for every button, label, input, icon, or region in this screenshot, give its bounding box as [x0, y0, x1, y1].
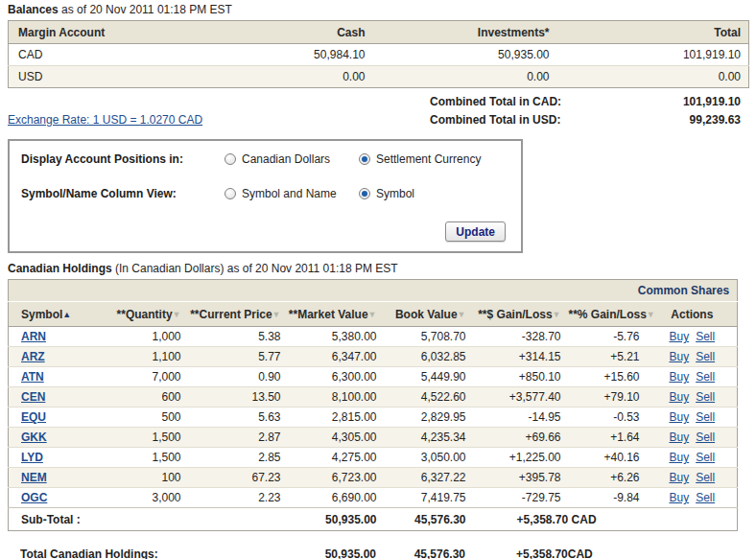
buy-link[interactable]: Buy: [669, 370, 689, 384]
symbol-link[interactable]: EQU: [21, 410, 46, 424]
investments-cell: 0.00: [373, 66, 557, 88]
col-book-value[interactable]: Book Value▼: [385, 302, 474, 327]
symbol-link[interactable]: GKK: [21, 431, 47, 444]
symbol-link[interactable]: ARN: [21, 330, 46, 343]
sell-link[interactable]: Sell: [696, 370, 715, 384]
table-row: ARZ 1,100 5.77 6,347.00 6,032.85 +314.15…: [9, 347, 738, 367]
market-value-cell: 6,690.00: [289, 488, 385, 508]
col-quantity[interactable]: **Quantity▼: [97, 302, 189, 327]
sell-link[interactable]: Sell: [696, 431, 715, 444]
radio-icon[interactable]: [224, 153, 236, 165]
exchange-rate-link[interactable]: Exchange Rate: 1 USD = 1.0270 CAD: [8, 113, 202, 127]
balances-table: Margin Account Cash Investments* Total C…: [8, 20, 749, 88]
cash-cell: 50,984.10: [220, 44, 373, 66]
cash-cell: 0.00: [220, 66, 373, 88]
subtotal-row: Sub-Total : 50,935.00 45,576.30 +5,358.7…: [9, 508, 738, 531]
gain-pct-cell: +79.10: [569, 387, 648, 408]
sell-link[interactable]: Sell: [696, 330, 715, 343]
table-row: USD 0.00 0.00 0.00: [9, 66, 749, 88]
col-symbol[interactable]: Symbol▲: [9, 302, 97, 327]
sort-desc-icon: ▼: [458, 310, 466, 319]
market-value-cell: 4,275.00: [289, 448, 385, 468]
price-cell: 5.38: [189, 327, 289, 347]
buy-link[interactable]: Buy: [669, 390, 689, 404]
buy-link[interactable]: Buy: [669, 431, 689, 444]
subtotal-gain: +5,358.70 CAD: [474, 508, 738, 531]
balances-header-row: Margin Account Cash Investments* Total: [9, 21, 749, 44]
market-value-cell: 6,300.00: [289, 367, 385, 387]
total-gain: +5,358.70CAD: [473, 545, 737, 559]
holdings-table: Common Shares Symbol▲ **Quantity▼ **Curr…: [8, 279, 738, 531]
symbol-link[interactable]: OGC: [21, 491, 47, 504]
col-percent-gain-loss[interactable]: **% Gain/Loss▼: [569, 302, 648, 327]
price-cell: 0.90: [189, 367, 289, 387]
symbol-link[interactable]: ATN: [21, 370, 44, 384]
col-dollar-gain-loss[interactable]: **$ Gain/Loss▼: [474, 302, 569, 327]
symbol-link[interactable]: CEN: [21, 390, 45, 404]
update-button[interactable]: Update: [445, 221, 506, 242]
sell-link[interactable]: Sell: [696, 410, 715, 424]
gain-pct-cell: -9.84: [569, 488, 648, 508]
symbol-link[interactable]: NEM: [21, 471, 47, 484]
col-current-price[interactable]: **Current Price▼: [189, 302, 289, 327]
sort-desc-icon: ▼: [647, 310, 655, 319]
buy-link[interactable]: Buy: [669, 451, 689, 464]
positions-display-label: Display Account Positions in:: [21, 152, 224, 166]
gain-pct-cell: +40.16: [569, 448, 648, 468]
quantity-cell: 500: [97, 408, 189, 428]
radio-option-settlement-currency[interactable]: Settlement Currency: [359, 152, 481, 166]
buy-link[interactable]: Buy: [669, 330, 689, 343]
table-row: EQU 500 5.63 2,815.00 2,829.95 -14.95 -0…: [9, 408, 738, 428]
quantity-cell: 7,000: [97, 367, 189, 387]
radio-option-symbol[interactable]: Symbol: [359, 187, 414, 200]
holdings-header-row: Symbol▲ **Quantity▼ **Current Price▼ **M…: [9, 302, 738, 327]
buy-link[interactable]: Buy: [669, 350, 689, 363]
total-holdings-label: Total Canadian Holdings:: [8, 545, 288, 559]
sell-link[interactable]: Sell: [696, 390, 715, 404]
sort-desc-icon: ▼: [173, 310, 181, 319]
radio-selected-icon[interactable]: [359, 153, 370, 165]
holdings-title-rest: (In Canadian Dollars) as of 20 Nov 2011 …: [112, 262, 398, 275]
gain-pct-cell: +15.60: [569, 367, 648, 387]
col-margin-account: Margin Account: [9, 21, 220, 44]
radio-icon[interactable]: [224, 188, 236, 199]
gain-cell: +314.15: [474, 347, 569, 367]
quantity-cell: 1,100: [97, 347, 189, 367]
sell-link[interactable]: Sell: [696, 471, 715, 484]
price-cell: 5.63: [189, 408, 289, 428]
buy-link[interactable]: Buy: [669, 410, 689, 424]
symbol-link[interactable]: ARZ: [21, 350, 45, 363]
sell-link[interactable]: Sell: [696, 350, 715, 363]
total-market-value: 50,935.00: [288, 545, 384, 559]
price-cell: 5.77: [189, 347, 289, 367]
sell-link[interactable]: Sell: [696, 451, 715, 464]
market-value-cell: 8,100.00: [289, 387, 385, 408]
radio-option-canadian-dollars[interactable]: Canadian Dollars: [224, 152, 359, 166]
total-cell: 0.00: [557, 66, 749, 88]
buy-link[interactable]: Buy: [669, 491, 689, 504]
quantity-cell: 100: [97, 468, 189, 488]
sort-asc-icon: ▲: [62, 310, 71, 319]
book-value-cell: 6,032.85: [385, 347, 474, 367]
buy-link[interactable]: Buy: [669, 471, 689, 484]
radio-option-symbol-and-name[interactable]: Symbol and Name: [224, 187, 359, 200]
radio-selected-icon[interactable]: [359, 188, 370, 199]
total-cell: 101,919.10: [557, 44, 749, 66]
book-value-cell: 2,829.95: [385, 408, 474, 428]
gain-cell: +395.78: [474, 468, 569, 488]
sell-link[interactable]: Sell: [696, 491, 715, 504]
sort-desc-icon: ▼: [553, 310, 561, 319]
table-row: OGC 3,000 2.23 6,690.00 7,419.75 -729.75…: [9, 488, 738, 508]
combined-total-cad-label: Combined Total in CAD:: [430, 95, 624, 108]
gain-cell: +3,577.40: [474, 387, 569, 408]
combined-total-cad-row: Combined Total in CAD: 101,919.10: [8, 92, 748, 110]
market-value-cell: 6,723.00: [289, 468, 385, 488]
gain-pct-cell: +6.26: [569, 468, 648, 488]
symbol-link[interactable]: LYD: [21, 451, 43, 464]
radio-label: Symbol: [376, 187, 414, 200]
book-value-cell: 5,449.90: [385, 367, 474, 387]
market-value-cell: 6,347.00: [289, 347, 385, 367]
sort-desc-icon: ▼: [272, 310, 281, 319]
col-market-value[interactable]: **Market Value▼: [289, 302, 385, 327]
quantity-cell: 1,500: [97, 428, 189, 448]
